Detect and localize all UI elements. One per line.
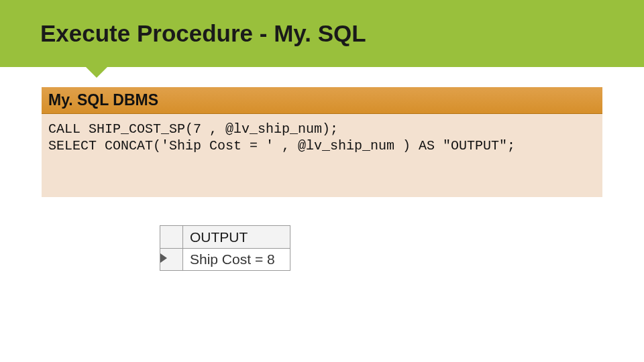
content-area: My. SQL DBMS CALL SHIP_COST_SP(7 , @lv_s…	[0, 67, 644, 271]
result-header-row: OUTPUT	[160, 226, 290, 249]
data-cell: Ship Cost = 8	[183, 249, 290, 271]
title-notch-decoration	[86, 67, 107, 78]
row-marker-cell	[160, 249, 183, 271]
current-row-triangle-icon	[160, 253, 167, 263]
result-table: OUTPUT Ship Cost = 8	[160, 225, 290, 271]
slide-title: Execute Procedure - My. SQL	[40, 20, 366, 47]
corner-cell	[160, 226, 183, 249]
result-area: OUTPUT Ship Cost = 8	[160, 225, 602, 271]
title-bar: Execute Procedure - My. SQL	[0, 0, 644, 67]
section-header: My. SQL DBMS	[42, 87, 602, 114]
code-block: CALL SHIP_COST_SP(7 , @lv_ship_num); SEL…	[42, 114, 602, 197]
result-data-row: Ship Cost = 8	[160, 249, 290, 271]
column-header: OUTPUT	[183, 226, 290, 249]
